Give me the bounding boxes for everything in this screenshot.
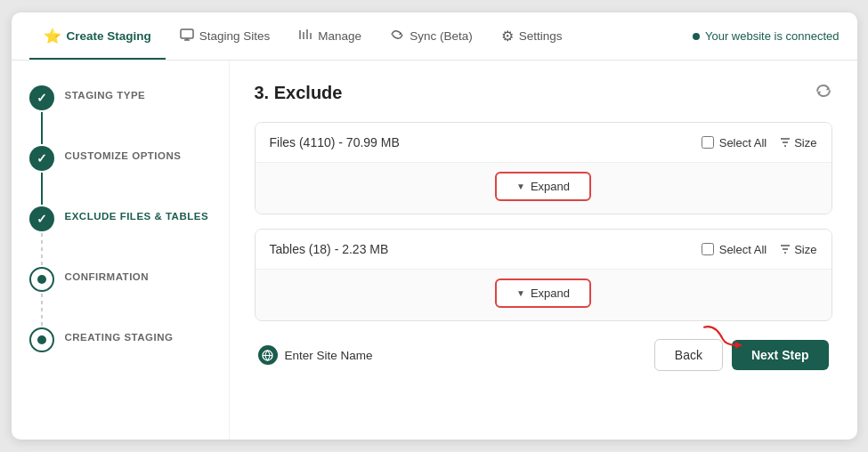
- nav-sync[interactable]: Sync (Beta): [376, 12, 487, 60]
- panel-header: 3. Exclude: [255, 82, 832, 104]
- footer-bar: Enter Site Name Back Next Step: [255, 339, 832, 371]
- tables-section-header: Tables (18) - 2.23 MB Select All Size: [256, 230, 831, 269]
- manage-icon: [298, 28, 312, 44]
- right-panel: 3. Exclude Files (4110) - 70.99 MB: [230, 61, 857, 440]
- connection-dot: [693, 33, 700, 40]
- files-select-all[interactable]: Select All: [702, 136, 767, 149]
- step-creating: CREATING STAGING: [29, 327, 211, 352]
- files-expand-btn[interactable]: ▼ Expand: [495, 172, 591, 201]
- svg-marker-15: [734, 341, 742, 349]
- sidebar: STAGING TYPE CUSTOMIZE OPTIONS: [12, 61, 230, 440]
- step-exclude: EXCLUDE FILES & TABLES: [29, 206, 211, 267]
- step-circle-1: [29, 85, 54, 110]
- files-title: Files (4110) - 70.99 MB: [270, 135, 400, 149]
- nav-settings[interactable]: ⚙ Settings: [487, 12, 577, 60]
- step-connector-3: [41, 233, 43, 265]
- app-container: ⭐ Create Staging Staging Sites Manage Sy…: [12, 12, 857, 440]
- step-connector-2: [41, 173, 43, 205]
- nav-staging-sites[interactable]: Staging Sites: [166, 12, 285, 60]
- nav-create-staging[interactable]: ⭐ Create Staging: [29, 12, 166, 60]
- files-controls: Select All Size: [702, 136, 817, 149]
- step-customize: CUSTOMIZE OPTIONS: [29, 146, 211, 206]
- connection-status: Your website is connected: [693, 29, 840, 43]
- enter-site-name[interactable]: Enter Site Name: [258, 345, 373, 365]
- step-circle-5: [29, 327, 54, 352]
- files-section: Files (4110) - 70.99 MB Select All Size: [255, 122, 832, 214]
- step-circle-3: [29, 206, 54, 231]
- panel-title: 3. Exclude: [255, 83, 343, 103]
- tables-select-all[interactable]: Select All: [702, 243, 767, 256]
- tables-controls: Select All Size: [702, 243, 817, 256]
- nav-manage[interactable]: Manage: [284, 12, 376, 60]
- tables-expand-btn[interactable]: ▼ Expand: [495, 278, 591, 308]
- tables-section-body: ▼ Expand: [256, 269, 831, 320]
- star-icon: ⭐: [44, 28, 61, 44]
- files-section-header: Files (4110) - 70.99 MB Select All Size: [256, 123, 831, 162]
- tables-select-checkbox[interactable]: [702, 243, 714, 255]
- sync-icon: [390, 28, 404, 44]
- top-nav: ⭐ Create Staging Staging Sites Manage Sy…: [12, 12, 857, 61]
- main-content: STAGING TYPE CUSTOMIZE OPTIONS: [12, 61, 857, 440]
- step-circle-2: [29, 146, 54, 171]
- arrow-indicator: [700, 323, 753, 362]
- step-connector-4: [41, 294, 43, 326]
- files-sort-btn[interactable]: Size: [779, 136, 816, 149]
- files-select-checkbox[interactable]: [702, 136, 714, 149]
- tables-sort-btn[interactable]: Size: [779, 243, 816, 256]
- files-section-body: ▼ Expand: [256, 162, 831, 214]
- step-circle-4: [29, 267, 54, 292]
- step-confirmation: CONFIRMATION: [29, 267, 211, 327]
- expand-arrow-icon-2: ▼: [516, 288, 525, 298]
- tables-section: Tables (18) - 2.23 MB Select All Size: [255, 229, 832, 321]
- step-connector-1: [41, 112, 43, 144]
- expand-arrow-icon: ▼: [516, 182, 525, 191]
- footer-buttons: Back Next Step: [654, 339, 829, 371]
- refresh-icon[interactable]: [815, 82, 832, 104]
- step-staging-type: STAGING TYPE: [29, 85, 211, 146]
- settings-icon: ⚙: [501, 28, 514, 44]
- site-icon: [258, 345, 278, 365]
- monitor-icon: [180, 28, 194, 44]
- svg-rect-0: [181, 29, 193, 38]
- tables-title: Tables (18) - 2.23 MB: [270, 242, 389, 256]
